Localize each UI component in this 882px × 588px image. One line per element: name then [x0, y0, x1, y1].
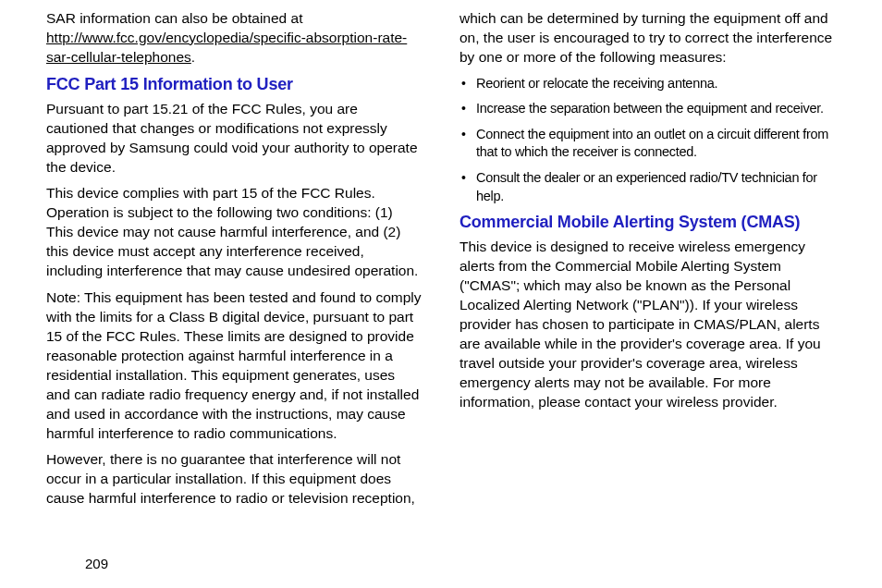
page-columns: SAR information can also be obtained at … — [46, 9, 836, 516]
fcc-para4: However, there is no guarantee that inte… — [46, 450, 423, 508]
fcc-para2: This device complies with part 15 of the… — [46, 184, 423, 281]
fcc-heading: FCC Part 15 Information to User — [46, 75, 423, 94]
sar-info-paragraph: SAR information can also be obtained at … — [46, 9, 423, 67]
list-item: Reorient or relocate the receiving anten… — [459, 75, 836, 93]
right-column: which can be determined by turning the e… — [459, 9, 836, 516]
fcc-para1: Pursuant to part 15.21 of the FCC Rules,… — [46, 100, 423, 178]
sar-intro-text: SAR information can also be obtained at — [46, 10, 302, 26]
left-column: SAR information can also be obtained at … — [46, 9, 423, 516]
continuation-para: which can be determined by turning the e… — [459, 9, 836, 67]
measures-list: Reorient or relocate the receiving anten… — [459, 75, 836, 205]
list-item: Increase the separation between the equi… — [459, 100, 836, 118]
fcc-para3: Note: This equipment has been tested and… — [46, 288, 423, 443]
list-item: Consult the dealer or an experienced rad… — [459, 169, 836, 205]
list-item: Connect the equipment into an outlet on … — [459, 126, 836, 162]
sar-link[interactable]: http://www.fcc.gov/encyclopedia/specific… — [46, 30, 407, 65]
page-number: 209 — [85, 556, 108, 571]
cmas-heading: Commercial Mobile Alerting System (CMAS) — [459, 213, 836, 232]
sar-intro-suffix: . — [191, 49, 195, 65]
cmas-para: This device is designed to receive wirel… — [459, 238, 836, 411]
